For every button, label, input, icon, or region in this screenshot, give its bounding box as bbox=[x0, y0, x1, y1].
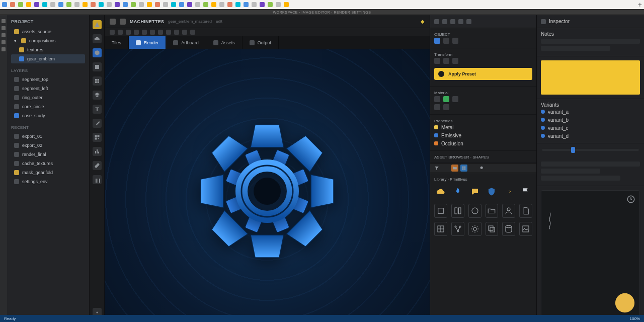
activity-explorer-icon[interactable] bbox=[2, 19, 6, 23]
asset-flag[interactable] bbox=[519, 185, 532, 199]
asset-chat[interactable] bbox=[468, 185, 481, 199]
os-tab[interactable] bbox=[107, 2, 112, 7]
prim-circle[interactable] bbox=[468, 204, 481, 218]
prim-folder[interactable] bbox=[486, 204, 499, 218]
tool-align-icon[interactable] bbox=[158, 30, 163, 35]
cloud-icon[interactable] bbox=[110, 19, 116, 25]
swatch[interactable] bbox=[434, 96, 440, 102]
list-icon[interactable] bbox=[469, 165, 476, 172]
os-tab[interactable] bbox=[219, 2, 224, 7]
variant-item[interactable]: variant_a bbox=[541, 108, 640, 116]
os-tab[interactable] bbox=[276, 2, 281, 7]
layer-item[interactable]: core_circle bbox=[11, 102, 85, 111]
qr-icon[interactable] bbox=[93, 133, 102, 142]
brush-icon[interactable] bbox=[93, 119, 102, 128]
barcode-icon[interactable] bbox=[93, 175, 102, 184]
asset-cloud[interactable] bbox=[434, 185, 447, 199]
tool-save-icon[interactable] bbox=[110, 30, 115, 35]
variant-item[interactable]: variant_b bbox=[541, 116, 640, 124]
tool-export-icon[interactable] bbox=[182, 30, 187, 35]
os-tab[interactable] bbox=[26, 2, 31, 7]
prim-nodes[interactable] bbox=[451, 222, 464, 236]
slider-thumb[interactable] bbox=[571, 147, 575, 153]
os-tab[interactable] bbox=[235, 2, 240, 7]
layer-item[interactable]: case_study bbox=[11, 111, 85, 120]
home-icon[interactable] bbox=[120, 19, 126, 25]
tree-item-selected[interactable]: gear_emblem bbox=[11, 54, 85, 63]
input-y[interactable] bbox=[443, 58, 449, 64]
os-tab[interactable] bbox=[268, 2, 273, 7]
recent-item[interactable]: settings_env bbox=[11, 177, 85, 186]
tool-redo-icon[interactable] bbox=[126, 30, 131, 35]
prim-square[interactable] bbox=[434, 204, 447, 218]
tool-more-icon[interactable] bbox=[190, 30, 195, 35]
prim-copy[interactable] bbox=[486, 222, 499, 236]
tab-assets[interactable]: Assets bbox=[206, 36, 243, 49]
asset-shield[interactable] bbox=[486, 185, 499, 199]
os-tab[interactable] bbox=[50, 2, 55, 7]
tree-item[interactable]: textures bbox=[11, 45, 85, 54]
warning-icon[interactable] bbox=[93, 20, 102, 29]
history-icon[interactable] bbox=[458, 19, 463, 24]
swatch[interactable] bbox=[443, 96, 449, 102]
tool-undo-icon[interactable] bbox=[118, 30, 123, 35]
recent-item[interactable]: export_01 bbox=[11, 132, 85, 141]
cloud-icon[interactable] bbox=[93, 34, 102, 43]
asset-rocket[interactable] bbox=[451, 185, 464, 199]
os-tab[interactable] bbox=[131, 2, 136, 7]
activity-ext-icon[interactable] bbox=[2, 47, 6, 51]
os-tab[interactable] bbox=[211, 2, 216, 7]
tab-artboard[interactable]: Artboard bbox=[166, 36, 206, 49]
prim-person[interactable] bbox=[502, 204, 515, 218]
layer-item[interactable]: segment_left bbox=[11, 84, 85, 93]
refresh-icon[interactable] bbox=[450, 19, 455, 24]
input-z[interactable] bbox=[452, 58, 458, 64]
prim-grid[interactable] bbox=[434, 222, 447, 236]
recent-item[interactable]: mask_gear.fold bbox=[11, 168, 85, 177]
os-tab[interactable] bbox=[187, 2, 192, 7]
os-tab[interactable] bbox=[155, 2, 160, 7]
os-tab[interactable] bbox=[66, 2, 71, 7]
os-tab[interactable] bbox=[34, 2, 39, 7]
prim-db[interactable] bbox=[502, 222, 515, 236]
tool-cut-icon[interactable] bbox=[134, 30, 139, 35]
os-tab[interactable] bbox=[163, 2, 168, 7]
prim-image[interactable] bbox=[519, 222, 532, 236]
os-tab[interactable] bbox=[244, 2, 249, 7]
tool-group-icon[interactable] bbox=[166, 30, 171, 35]
save-icon[interactable] bbox=[434, 19, 439, 24]
tab-output[interactable]: Output bbox=[243, 36, 279, 49]
mini-map[interactable] bbox=[541, 190, 640, 318]
os-tab[interactable] bbox=[83, 2, 88, 7]
os-tab[interactable] bbox=[147, 2, 152, 7]
os-tab[interactable] bbox=[260, 2, 265, 7]
os-tab[interactable] bbox=[58, 2, 63, 7]
image-icon[interactable] bbox=[93, 62, 102, 71]
tag-row[interactable]: Metal bbox=[434, 123, 532, 131]
os-tab[interactable] bbox=[42, 2, 47, 7]
os-tab[interactable] bbox=[227, 2, 232, 7]
asset-arrow[interactable] bbox=[502, 185, 515, 199]
swatch[interactable] bbox=[452, 38, 458, 44]
preview-swatch[interactable] bbox=[541, 60, 640, 95]
os-tab[interactable] bbox=[123, 2, 128, 7]
apply-preset-button[interactable]: Apply Preset bbox=[434, 68, 532, 80]
tool-paste-icon[interactable] bbox=[150, 30, 155, 35]
tab-render[interactable]: Render bbox=[129, 36, 167, 49]
link-icon[interactable] bbox=[93, 161, 102, 170]
tab-tiles[interactable]: Tiles bbox=[105, 36, 129, 49]
os-tab[interactable] bbox=[99, 2, 104, 7]
swatch[interactable] bbox=[434, 38, 440, 44]
prim-doc[interactable] bbox=[519, 204, 532, 218]
layer-item[interactable]: ring_outer bbox=[11, 93, 85, 102]
recent-item[interactable]: cache_textures bbox=[11, 159, 85, 168]
sort-icon[interactable] bbox=[442, 165, 449, 172]
prim-gear[interactable] bbox=[468, 222, 481, 236]
folder-icon[interactable] bbox=[451, 165, 458, 172]
tool-copy-icon[interactable] bbox=[142, 30, 147, 35]
viewport-canvas[interactable] bbox=[105, 49, 430, 322]
swatch[interactable] bbox=[434, 104, 440, 110]
os-tab[interactable] bbox=[10, 2, 15, 7]
os-tab[interactable] bbox=[18, 2, 23, 7]
cube-icon[interactable] bbox=[93, 48, 102, 57]
